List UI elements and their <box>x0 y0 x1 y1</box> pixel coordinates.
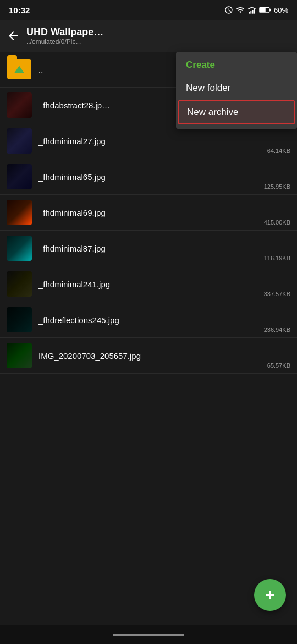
wifi-icon <box>236 6 245 14</box>
file-name: IMG_20200703_205657.jpg <box>38 351 290 361</box>
list-item[interactable]: _fhdminimal241.jpg 337.57KB <box>0 266 297 302</box>
dropdown-title: Create <box>176 56 297 76</box>
svg-rect-2 <box>252 10 254 14</box>
signal-icon <box>248 6 256 14</box>
file-size: 125.95KB <box>264 183 290 190</box>
file-name: _fhdminimal65.jpg <box>38 172 290 182</box>
file-size: 116.19KB <box>264 255 290 261</box>
nav-bar <box>0 625 297 644</box>
file-thumbnail <box>7 236 32 261</box>
file-thumbnail <box>7 271 32 297</box>
file-name: _fhdminimal241.jpg <box>38 280 290 289</box>
file-size: 65.57KB <box>267 362 290 369</box>
svg-rect-5 <box>270 9 271 12</box>
file-size: 236.94KB <box>264 326 290 333</box>
file-thumbnail <box>7 128 32 154</box>
svg-rect-1 <box>250 11 251 14</box>
nav-pill <box>113 634 184 636</box>
file-thumbnail <box>7 164 32 189</box>
status-bar: 10:32 60% <box>0 0 297 20</box>
fab-icon: + <box>265 586 275 604</box>
file-size: 415.00KB <box>264 219 290 226</box>
file-thumbnail <box>7 200 32 225</box>
svg-rect-0 <box>249 12 250 14</box>
header-subtitle: ../emulated/0/Pic… <box>26 38 103 46</box>
alarm-icon <box>224 6 233 14</box>
file-size: 64.14KB <box>267 148 290 154</box>
file-thumbnail <box>7 343 32 368</box>
folder-icon <box>7 57 32 82</box>
svg-rect-6 <box>260 8 266 12</box>
fab-button[interactable]: + <box>254 579 286 611</box>
header-title-block: UHD Wallpape… ../emulated/0/Pic… <box>26 26 103 46</box>
svg-rect-3 <box>254 9 255 14</box>
list-item[interactable]: _fhdminimal65.jpg 125.95KB <box>0 159 297 195</box>
battery-text: 60% <box>274 6 288 14</box>
new-archive-button[interactable]: New archive <box>178 100 295 124</box>
file-name: _fhdreflections245.jpg <box>38 315 290 325</box>
back-button[interactable] <box>7 29 20 42</box>
list-item[interactable]: IMG_20200703_205657.jpg 65.57KB <box>0 338 297 374</box>
list-item[interactable]: _fhdminimal69.jpg 415.00KB <box>0 195 297 231</box>
app-header: UHD Wallpape… ../emulated/0/Pic… <box>0 20 297 52</box>
battery-icon <box>259 6 271 14</box>
file-name: _fhdminimal87.jpg <box>38 244 290 253</box>
list-item[interactable]: _fhdminimal87.jpg 116.19KB <box>0 231 297 266</box>
status-icons: 60% <box>224 6 288 14</box>
file-name: _fhdminimal69.jpg <box>38 208 290 217</box>
file-size: 337.57KB <box>264 291 290 297</box>
status-time: 10:32 <box>9 6 30 15</box>
list-item[interactable]: _fhdreflections245.jpg 236.94KB <box>0 302 297 338</box>
new-folder-button[interactable]: New folder <box>176 76 297 100</box>
file-thumbnail <box>7 307 32 332</box>
header-title: UHD Wallpape… <box>26 26 103 38</box>
create-dropdown: Create New folder New archive <box>176 52 297 129</box>
file-name: _fhdminimal27.jpg <box>38 137 290 146</box>
file-thumbnail <box>7 92 32 118</box>
